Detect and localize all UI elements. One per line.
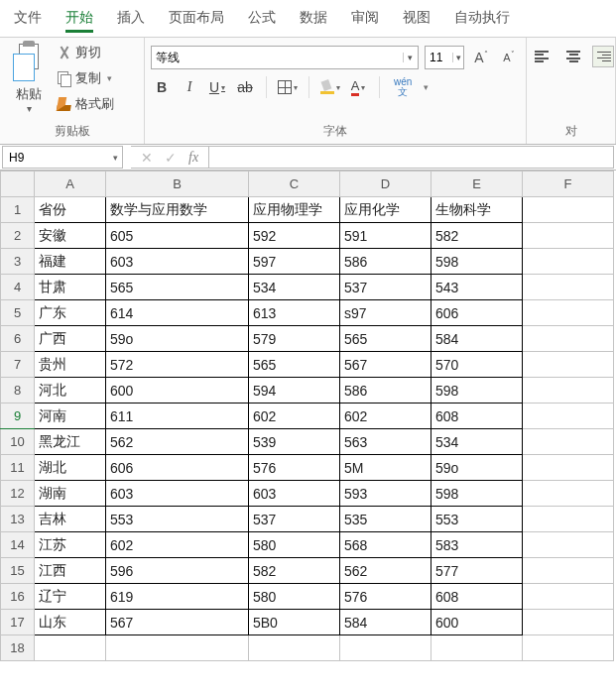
cell[interactable]: 600	[106, 378, 249, 404]
cell[interactable]: 580	[249, 584, 340, 610]
cell[interactable]: 582	[431, 223, 523, 249]
cell[interactable]: 535	[340, 507, 431, 532]
menu-tab-4[interactable]: 公式	[236, 1, 288, 37]
cell[interactable]	[249, 635, 340, 661]
align-top-center-button[interactable]	[562, 46, 584, 67]
row-header-17[interactable]: 17	[1, 610, 35, 635]
cell[interactable]: 5M	[340, 455, 431, 481]
cell[interactable]: 568	[340, 532, 431, 558]
chevron-down-icon[interactable]: ▾	[294, 83, 298, 92]
row-header-18[interactable]: 18	[1, 635, 35, 661]
cell[interactable]: 辽宁	[35, 584, 106, 610]
cell[interactable]: 江苏	[35, 532, 106, 558]
cell[interactable]: s97	[340, 300, 431, 326]
col-header-B[interactable]: B	[106, 172, 249, 197]
row-header-12[interactable]: 12	[1, 481, 35, 507]
cell[interactable]	[523, 481, 614, 507]
cell[interactable]: 福建	[35, 249, 106, 275]
formula-input[interactable]	[209, 147, 613, 168]
cell[interactable]: 600	[431, 610, 523, 635]
menu-tab-0[interactable]: 文件	[2, 1, 54, 37]
align-top-left-button[interactable]	[533, 46, 554, 67]
italic-button[interactable]: I	[179, 75, 200, 99]
paste-button[interactable]: 粘贴 ▾	[6, 42, 52, 114]
phonetic-guide-button[interactable]: wén 文	[390, 77, 416, 97]
row-header-4[interactable]: 4	[1, 275, 35, 300]
cell[interactable]: 565	[106, 275, 249, 300]
col-header-A[interactable]: A	[35, 172, 106, 197]
row-header-10[interactable]: 10	[1, 429, 35, 455]
row-header-14[interactable]: 14	[1, 532, 35, 558]
cell[interactable]: 生物科学	[431, 197, 523, 223]
select-all-corner[interactable]	[1, 172, 35, 197]
cell[interactable]: 黑龙江	[35, 429, 106, 455]
cell[interactable]	[523, 404, 614, 429]
cell[interactable]: 数学与应用数学	[106, 197, 249, 223]
cell[interactable]	[523, 635, 614, 661]
cell[interactable]: 583	[431, 532, 523, 558]
name-box[interactable]: ▾	[2, 146, 123, 169]
bold-button[interactable]: B	[151, 75, 173, 99]
cell[interactable]: 593	[340, 481, 431, 507]
align-top-right-button[interactable]	[592, 46, 614, 67]
cell[interactable]: 应用化学	[340, 197, 431, 223]
font-size-combo[interactable]: ▾	[425, 46, 464, 69]
cell[interactable]: 606	[106, 455, 249, 481]
cell[interactable]: 562	[340, 558, 431, 584]
cell[interactable]: 602	[340, 404, 431, 429]
cell[interactable]	[523, 507, 614, 532]
cell[interactable]: 565	[340, 326, 431, 352]
cell[interactable]: 603	[106, 481, 249, 507]
col-header-E[interactable]: E	[431, 172, 523, 197]
row-header-8[interactable]: 8	[1, 378, 35, 404]
col-header-C[interactable]: C	[249, 172, 340, 197]
cell[interactable]: 584	[431, 326, 523, 352]
chevron-down-icon[interactable]: ▾	[110, 153, 122, 163]
font-size-input[interactable]	[426, 47, 452, 68]
cell[interactable]: 608	[431, 584, 523, 610]
cell[interactable]	[523, 429, 614, 455]
cell[interactable]: 608	[431, 404, 523, 429]
cell[interactable]	[523, 378, 614, 404]
cell[interactable]: 534	[431, 429, 523, 455]
cell[interactable]: 537	[340, 275, 431, 300]
cell[interactable]: 江西	[35, 558, 106, 584]
cell[interactable]: 619	[106, 584, 249, 610]
row-header-9[interactable]: 9	[1, 404, 35, 429]
cell[interactable]: 534	[249, 275, 340, 300]
cell[interactable]: 598	[431, 378, 523, 404]
cell[interactable]	[523, 352, 614, 378]
menu-tab-7[interactable]: 视图	[391, 1, 442, 37]
row-header-3[interactable]: 3	[1, 249, 35, 275]
row-header-11[interactable]: 11	[1, 455, 35, 481]
cell[interactable]: 553	[431, 507, 523, 532]
formula-input-wrap[interactable]	[208, 146, 614, 169]
menu-tab-1[interactable]: 开始	[54, 1, 105, 37]
cell[interactable]	[523, 532, 614, 558]
grid[interactable]: ABCDEF 1省份数学与应用数学应用物理学应用化学生物科学2安徽6055925…	[0, 171, 614, 661]
cell[interactable]: 572	[106, 352, 249, 378]
cell[interactable]	[523, 275, 614, 300]
cell[interactable]: 596	[106, 558, 249, 584]
menu-tab-2[interactable]: 插入	[105, 1, 157, 37]
cell[interactable]: 577	[431, 558, 523, 584]
cell[interactable]: 613	[249, 300, 340, 326]
cell[interactable]: 570	[431, 352, 523, 378]
cell[interactable]	[431, 635, 523, 661]
cell[interactable]: 567	[106, 610, 249, 635]
cell[interactable]: 567	[340, 352, 431, 378]
cell[interactable]: 565	[249, 352, 340, 378]
chevron-down-icon[interactable]: ▾	[403, 53, 418, 62]
cell[interactable]: 576	[340, 584, 431, 610]
cell[interactable]	[340, 635, 431, 661]
spreadsheet[interactable]: ABCDEF 1省份数学与应用数学应用物理学应用化学生物科学2安徽6055925…	[0, 171, 616, 692]
cell[interactable]: 586	[340, 249, 431, 275]
menu-tab-3[interactable]: 页面布局	[157, 1, 236, 37]
cell[interactable]: 59o	[431, 455, 523, 481]
cell[interactable]	[523, 584, 614, 610]
cell[interactable]	[523, 610, 614, 635]
cell[interactable]: 湖北	[35, 455, 106, 481]
row-header-5[interactable]: 5	[1, 300, 35, 326]
cell[interactable]: 59o	[106, 326, 249, 352]
menu-tab-6[interactable]: 审阅	[339, 1, 391, 37]
